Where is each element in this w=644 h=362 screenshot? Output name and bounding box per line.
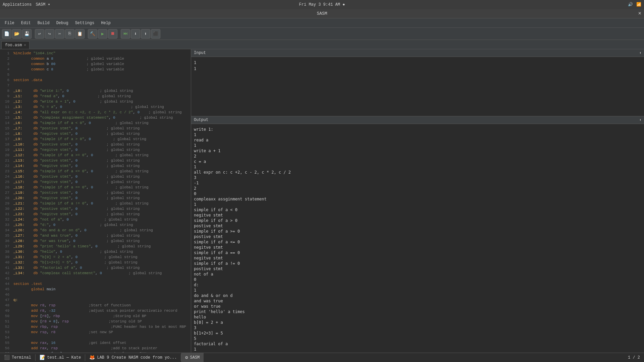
output-line: -1 — [194, 180, 641, 186]
output-panel: Output ⬆ write 1: 1 read a 1 write a + 1… — [191, 116, 644, 353]
output-line: and was true — [194, 298, 641, 304]
stop-button[interactable]: ⏹ — [108, 29, 117, 39]
output-line: not of a — [194, 272, 641, 277]
menu-settings[interactable]: Settings — [72, 20, 98, 26]
debug-start-button[interactable]: ⏭ — [121, 29, 130, 39]
output-line: print 'hello' a times — [194, 309, 641, 314]
output-line: 5 — [194, 336, 641, 341]
output-line: 1 — [194, 202, 641, 207]
new-file-button[interactable]: 📄 — [2, 29, 11, 39]
output-line: 0 — [194, 277, 641, 282]
output-line: 3 — [194, 175, 641, 180]
output-line: compleaxx assginment statement — [194, 196, 641, 202]
output-expand-icon[interactable]: ⬆ — [639, 118, 641, 122]
output-line: 1 — [194, 347, 641, 352]
taskbar-sasm-label: SASM — [190, 355, 200, 360]
datetime: Fri May 3 9:41 AM ● — [299, 2, 345, 7]
volume-icon[interactable]: 🔊 — [628, 2, 633, 7]
output-line: 1 — [194, 288, 641, 293]
debug-stop-button[interactable]: ⬛ — [151, 29, 160, 39]
tab-label: foo.asm — [5, 43, 22, 48]
terminal-icon: ⬛ — [4, 355, 10, 360]
output-line: read a — [194, 137, 641, 143]
output-line: b[1+2+3] = 5 — [194, 330, 641, 336]
output-line: negitve stmt — [194, 213, 641, 218]
main-content: 1234567891011121314151617181920212223242… — [0, 49, 644, 353]
right-panel: Input ⬆ 1 1 Output ⬆ write 1: 1 read a 1… — [191, 49, 644, 353]
tab-close-button[interactable]: × — [24, 44, 26, 47]
menu-bar: File Edit Build Debug Settings Help — [0, 18, 644, 28]
output-line: write a + 1 — [194, 148, 641, 154]
output-line: simple if of a != 0 — [194, 261, 641, 266]
output-line: simple if of a > 0 — [194, 218, 641, 223]
input-label: Input — [194, 51, 206, 55]
output-line: negitve stmt — [194, 255, 641, 261]
output-line: simple if of a >= 0 — [194, 229, 641, 234]
run-button[interactable]: ▶ — [98, 29, 107, 39]
input-text-area[interactable]: 1 1 — [191, 57, 644, 116]
menu-file[interactable]: File — [1, 20, 18, 26]
taskbar-terminal[interactable]: ⬛ Terminal — [0, 353, 35, 362]
redo-button[interactable]: ↪ — [45, 29, 54, 39]
input-expand-icon[interactable]: ⬆ — [639, 51, 641, 55]
output-label: Output — [194, 118, 208, 122]
output-text-area[interactable]: write 1: 1 read a 1 write a + 1 2 c = a … — [191, 124, 644, 353]
copy-button[interactable]: ⎘ — [65, 29, 74, 39]
step-into-button[interactable]: ⬇ — [131, 29, 140, 39]
paste-button[interactable]: 📋 — [75, 29, 85, 39]
output-line: 1 — [194, 143, 641, 148]
cut-button[interactable]: ✂ — [55, 29, 64, 39]
editor-area: 1234567891011121314151617181920212223242… — [0, 49, 191, 353]
line-numbers: 1234567891011121314151617181920212223242… — [0, 49, 11, 353]
applications-menu[interactable]: Applications — [3, 2, 32, 7]
save-file-button[interactable]: 💾 — [22, 29, 32, 39]
system-bar-left: Applications SASM ▾ — [3, 2, 50, 7]
taskbar-sasm[interactable]: ⚙ SASM — [181, 353, 204, 362]
toolbar: 📄 📂 💾 ↩ ↪ ✂ ⎘ 📋 🔨 ▶ ⏹ ⏭ ⬇ ⬆ ⬛ — [0, 28, 644, 40]
output-line: negitve stmt — [194, 245, 641, 250]
output-line: simple if of a < 0 — [194, 207, 641, 213]
menu-edit[interactable]: Edit — [18, 20, 34, 26]
window-title: SASM — [317, 11, 327, 16]
system-bar-center: Fri May 3 9:41 AM ● — [299, 2, 345, 7]
tab-bar: foo.asm × — [0, 40, 644, 49]
output-line: write 1: — [194, 127, 641, 132]
system-bar-right: 🔊 📶 — [628, 2, 641, 7]
output-line: postive stmt — [194, 234, 641, 239]
network-icon[interactable]: 📶 — [636, 2, 641, 7]
output-line: 3 — [194, 325, 641, 330]
input-panel: Input ⬆ 1 1 — [191, 49, 644, 116]
code-editor[interactable]: %include "io64.inc" common a 8 ; globel … — [12, 49, 191, 353]
open-file-button[interactable]: 📂 — [12, 29, 21, 39]
output-line: d: — [194, 282, 641, 288]
output-line: 0 — [194, 191, 641, 196]
menu-debug[interactable]: Debug — [53, 20, 72, 26]
output-line: simple if of a == 0 — [194, 250, 641, 255]
app-indicator[interactable]: SASM ▾ — [36, 2, 50, 7]
taskbar-kate-label: test.al — Kate — [47, 355, 81, 360]
output-line: 1 — [194, 164, 641, 170]
input-header: Input ⬆ — [191, 49, 644, 57]
taskbar: ⬛ Terminal 📝 test.al — Kate 🦊 LAB 9 Crea… — [0, 353, 644, 362]
kate-icon: 📝 — [40, 355, 45, 360]
close-button[interactable]: × — [638, 11, 641, 17]
step-over-button[interactable]: ⬆ — [141, 29, 150, 39]
taskbar-kate[interactable]: 📝 test.al — Kate — [36, 353, 85, 362]
input-value: 1 — [194, 60, 641, 66]
undo-button[interactable]: ↩ — [35, 29, 44, 39]
output-header: Output ⬆ — [191, 116, 644, 124]
input-value-2: 1 — [194, 66, 641, 72]
taskbar-terminal-label: Terminal — [12, 355, 31, 360]
file-tab[interactable]: foo.asm × — [1, 41, 30, 49]
output-line: simple if of a <= 0 — [194, 239, 641, 245]
menu-help[interactable]: Help — [98, 20, 114, 26]
output-line: postive stmt — [194, 223, 641, 229]
build-button[interactable]: 🔨 — [88, 29, 97, 39]
taskbar-firefox[interactable]: 🦊 LAB 9 Create NASM code from yo... — [85, 353, 181, 362]
output-line: factorial of a — [194, 341, 641, 347]
output-line: postive stmt — [194, 266, 641, 272]
output-line: c = a — [194, 159, 641, 164]
editor-scroll[interactable]: 1234567891011121314151617181920212223242… — [0, 49, 191, 353]
system-bar: Applications SASM ▾ Fri May 3 9:41 AM ● … — [0, 0, 644, 9]
menu-build[interactable]: Build — [34, 20, 53, 26]
